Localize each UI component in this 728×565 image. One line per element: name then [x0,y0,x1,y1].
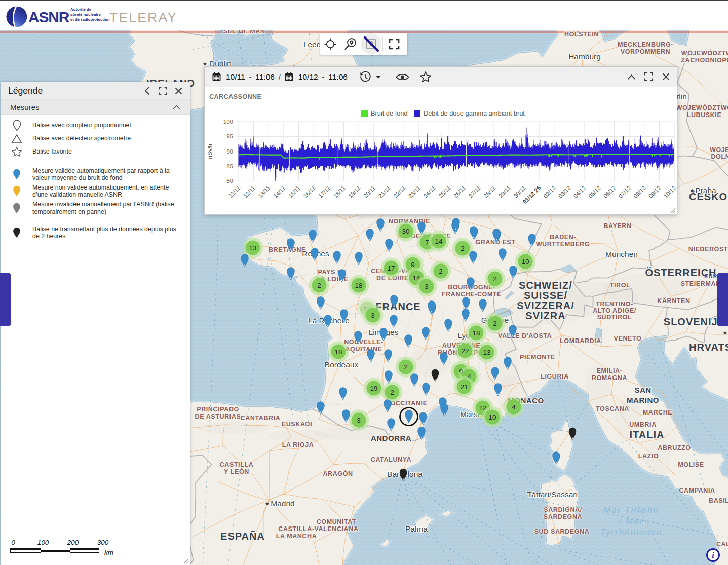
pin-icon [1,227,32,238]
history-dropdown-caret[interactable] [375,75,381,79]
marker-cluster[interactable]: 2 [485,313,506,334]
marker-cluster[interactable]: 10 [515,251,536,272]
date-to[interactable]: 10/12 [298,72,318,82]
marker-cluster[interactable]: 10 [482,407,503,428]
chart-resize-handle[interactable] [670,207,676,213]
x-tick-label: 19/11 [347,184,361,199]
cluster-count: 3 [371,312,375,319]
search-location-button[interactable] [340,33,361,55]
map-scalebar: 0 100 200 300 km [10,539,100,553]
legend-label: Bruit de fond [371,109,408,117]
marker-cluster[interactable]: 17 [381,258,402,279]
marker-cluster[interactable]: 2 [431,261,451,282]
time-to[interactable]: 11:06 [328,72,348,82]
legend-item: Mesure non validée automatiquement, en a… [1,182,190,199]
locate-button[interactable] [320,33,340,55]
map-label: DOLNOŚ [711,153,728,160]
marker-cluster[interactable]: 19 [364,378,385,399]
marker-cluster[interactable]: 18 [466,323,487,344]
left-drawer-tab[interactable] [0,273,11,326]
legend-collapse-button[interactable] [140,84,154,97]
date-dash: - [249,73,252,81]
x-tick-label: 14/11 [272,184,286,199]
legend-expand-button[interactable] [156,84,169,97]
map-label: FRANCE [375,301,420,312]
window-top-strip [0,0,728,1]
info-label: i [712,551,714,560]
cluster-count: 14 [435,238,443,245]
marker-cluster[interactable]: 2 [485,269,506,289]
map-label: LA RIOJA [282,441,314,448]
chevron-up-icon [173,105,180,109]
cluster-count: 17 [387,265,395,272]
station-chart-panel: 10/11 - 11:06 / 10/12 - 11:06 [204,66,677,215]
marker-cluster[interactable]: 18 [328,342,349,362]
date-from[interactable]: 10/11 [226,72,245,82]
map-label: LAZIO [638,453,659,460]
marker-cluster[interactable]: 21 [454,376,475,397]
calendar-to-icon[interactable] [284,72,294,82]
marker-cluster[interactable]: 2 [309,275,330,296]
marker-cluster[interactable]: 14 [429,231,449,252]
history-button[interactable] [359,71,371,83]
eye-icon [396,72,409,82]
calendar-from-icon[interactable] [212,72,221,82]
marker-cluster[interactable]: 22 [455,341,476,361]
map-label: PIEMONTE [520,354,555,361]
visibility-button[interactable] [396,72,409,82]
map-label: Madrid [271,499,294,508]
legend-item-label: Mesure non validée automatiquement, en a… [32,184,180,198]
legend-resize-handle[interactable] [183,558,189,564]
legend-close-button[interactable] [172,84,185,97]
right-drawer-tab[interactable] [717,273,728,326]
search-location-icon [344,37,358,51]
cluster-count: 3 [357,417,361,424]
hide-markers-button[interactable] [361,33,381,54]
chart-collapse-button[interactable] [626,72,636,82]
cluster-count: 21 [460,383,468,391]
map-label: VENETO [614,335,642,342]
section-collapse-chevron[interactable] [170,100,183,114]
map-label: WOJEWÓ [710,146,728,154]
legend-swatch-bruit-de-fond [361,110,368,117]
cluster-count: 18 [472,329,480,337]
chart-close-button[interactable] [661,72,671,82]
x-tick-label: 03/12 [557,184,572,199]
map-label: LUBUSKIE [687,111,722,119]
marker-cluster[interactable]: 13 [477,342,497,363]
marker-cluster[interactable]: 30 [396,221,416,242]
marker-cluster[interactable]: 3 [363,305,384,326]
favorite-button[interactable] [419,71,432,83]
toolbar-divider [382,37,383,51]
map-label: SCHWEIZ/ [519,280,572,291]
history-icon [359,71,371,83]
marker-cluster[interactable]: 18 [349,275,369,296]
x-tick-label: 20/11 [362,184,376,199]
map-label: ZACHODNIOPOM [681,57,728,64]
map-label: VALENCIANA [314,525,358,533]
locate-icon [324,37,337,51]
marker-cluster[interactable]: 2 [382,382,403,403]
legend-section-header[interactable]: Mesures [1,99,190,115]
map-label: MECKLENBURG- [618,41,673,48]
x-tick-label: 22/11 [392,184,406,199]
map-label: ANDORRA [371,434,411,442]
marker-cluster[interactable]: 3 [416,276,437,297]
hide-markers-icon [363,35,380,53]
x-tick-label: 13/11 [257,184,271,199]
map-label: Tàttari/Sassari [527,490,578,499]
x-tick-label: 02/12 [542,184,557,199]
map-label: KÄRNTEN [657,297,690,305]
map-fullscreen-button[interactable] [384,33,404,55]
pin-icon [1,169,32,180]
info-button[interactable]: i [706,548,720,562]
map-label: EMILIA- [597,367,623,374]
cluster-count: 2 [404,363,408,371]
map-label: CAMPANIA [679,487,715,494]
x-tick-label: 05/12 [587,184,602,199]
app-title: TELERAY [109,10,177,25]
marker-cluster[interactable]: 4 [504,397,524,418]
time-from[interactable]: 11:06 [255,72,275,82]
marker-cluster[interactable]: 3 [349,410,369,431]
chart-expand-button[interactable] [643,72,654,82]
